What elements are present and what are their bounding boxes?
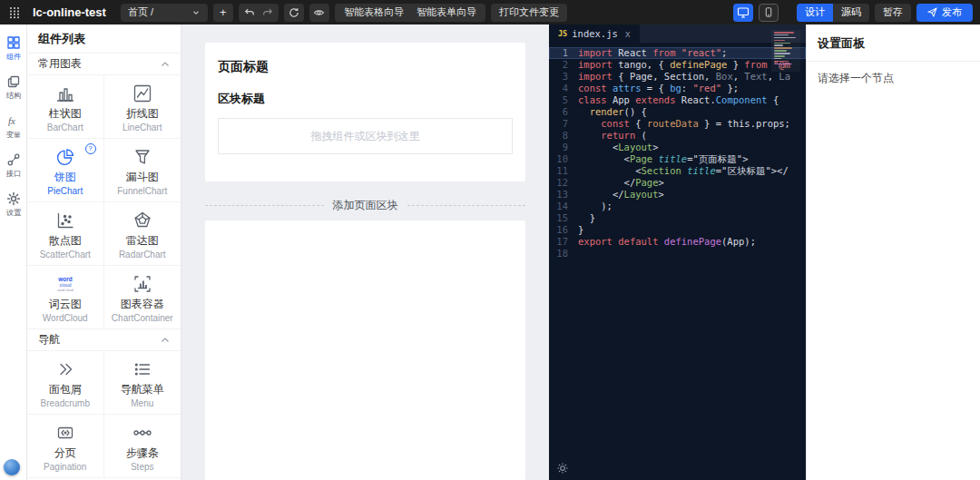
code-token	[578, 106, 590, 117]
add-page-section-button[interactable]: 添加页面区块	[205, 198, 525, 213]
component-item-LineChart[interactable]: 折线图LineChart	[104, 75, 181, 139]
smart-form-wizard-button[interactable]: 智能表单向导	[416, 5, 476, 19]
line-number: 17	[549, 236, 578, 248]
component-name-zh: 步骤条	[106, 446, 180, 461]
undo-redo-group	[239, 4, 279, 22]
settings-gear-icon	[6, 191, 21, 206]
component-sections: 常用图表柱状图BarChart折线图LineChart饼图PieChart?漏斗…	[27, 54, 181, 480]
component-dropzone[interactable]: 拖拽组件或区块到这里	[218, 118, 513, 154]
component-item-FunnelChart[interactable]: 漏斗图FunnelChart	[104, 139, 181, 202]
line-number: 16	[549, 224, 578, 236]
line-number: 6	[549, 106, 578, 118]
page-selector-label: 首页 /	[128, 5, 153, 19]
preview-eye-icon[interactable]	[309, 4, 329, 22]
code-line: 18	[549, 248, 806, 260]
code-line: 5class App extends React.Component {	[549, 94, 806, 106]
minimap-line	[774, 58, 781, 60]
code-token: routeData	[647, 118, 699, 129]
mode-source-tab[interactable]: 源码	[833, 4, 869, 22]
app-launcher-grid-dots-icon[interactable]	[9, 6, 20, 19]
component-item-Menu[interactable]: 导航菜单Menu	[104, 351, 181, 415]
section-header-导航[interactable]: 导航	[27, 329, 181, 351]
component-item-PieChart[interactable]: 饼图PieChart?	[27, 139, 104, 202]
code-line: 3import { Page, Section, Box, Text, La	[549, 71, 806, 83]
component-item-Pagination[interactable]: 分页Pagination	[27, 415, 104, 478]
code-token	[578, 118, 601, 129]
design-canvas[interactable]: 页面标题 区块标题 拖拽组件或区块到这里 添加页面区块	[181, 24, 549, 480]
sidebar-item-设置[interactable]: 设置	[5, 191, 22, 219]
line-number: 5	[549, 94, 578, 106]
code-line-content: }	[578, 224, 583, 236]
section-title: 导航	[38, 332, 60, 348]
component-item-Breadcrumb[interactable]: 面包屑Breadcrumb	[27, 351, 104, 415]
mode-design-tab[interactable]: 设计	[797, 4, 833, 22]
component-name-en: Pagination	[29, 462, 102, 472]
svg-text:cloud: cloud	[59, 282, 71, 288]
pagination-icon	[29, 421, 102, 445]
paper-plane-icon	[927, 7, 937, 17]
minimap-line	[774, 44, 783, 46]
sidebar-item-变量[interactable]: fx变量	[5, 113, 22, 141]
tab-indexjs[interactable]: JS index.js x	[549, 24, 640, 43]
component-item-Steps[interactable]: 步骤条Steps	[104, 415, 181, 478]
code-token: Component	[716, 94, 768, 105]
stash-button[interactable]: 暂存	[875, 4, 911, 22]
empty-page-section[interactable]	[205, 220, 525, 480]
sidebar-item-接口[interactable]: 接口	[5, 152, 22, 180]
add-page-button[interactable]: +	[213, 4, 233, 22]
code-token: React	[618, 47, 652, 58]
sidebar-item-组件[interactable]: 组件	[5, 35, 22, 63]
topbar: lc-online-test 首页 / + 智能表格向导 智能表单向导 打印文件…	[0, 0, 980, 24]
code-token: const	[578, 83, 612, 93]
code-token: Layout	[624, 189, 659, 200]
code-area[interactable]: 1import React from "react";2import tango…	[549, 43, 806, 480]
refresh-icon[interactable]	[284, 4, 304, 22]
component-name-zh: 散点图	[29, 233, 102, 249]
code-token: };	[721, 83, 739, 93]
code-token: "red"	[692, 83, 721, 93]
activity-bar: 组件结构fx变量接口设置	[0, 24, 27, 480]
code-line-content: export default definePage(App);	[578, 236, 756, 248]
editor-settings-gear-icon[interactable]	[556, 462, 569, 475]
editor-minimap[interactable]	[771, 30, 800, 72]
code-line-content: class App extends React.Component {	[578, 94, 779, 106]
undo-icon[interactable]	[244, 7, 255, 17]
component-item-WordCloud[interactable]: wordcloudword cloud词云图WordCloud	[27, 266, 104, 329]
print-file-change-button[interactable]: 打印文件变更	[491, 4, 567, 22]
smart-table-wizard-button[interactable]: 智能表格向导	[344, 5, 404, 19]
code-line-content: <Section title="区块标题"></	[578, 165, 789, 177]
code-line: 8 return (	[549, 130, 806, 142]
svg-text:fx: fx	[8, 115, 15, 126]
menu-icon	[106, 358, 180, 381]
publish-button[interactable]: 发布	[916, 4, 973, 22]
component-item-BarChart[interactable]: 柱状图BarChart	[27, 75, 104, 139]
code-line-content: <Layout>	[578, 142, 659, 153]
component-name-zh: 导航菜单	[106, 382, 180, 397]
tab-close-icon[interactable]: x	[625, 29, 631, 39]
mobile-view-button[interactable]	[759, 4, 779, 22]
section-title: 常用图表	[38, 56, 82, 72]
page-selector[interactable]: 首页 /	[121, 4, 208, 22]
desktop-view-button[interactable]	[733, 4, 753, 22]
code-line-content: </Page>	[578, 177, 664, 189]
api-icon	[6, 152, 21, 167]
code-token: ;	[721, 47, 727, 58]
sidebar-item-结构[interactable]: 结构	[5, 74, 22, 102]
line-number: 7	[549, 118, 578, 130]
code-token: render	[590, 106, 624, 117]
redo-icon[interactable]	[262, 7, 273, 17]
component-panel: 组件列表 常用图表柱状图BarChart折线图LineChart饼图PieCha…	[27, 24, 181, 480]
component-name-zh: 雷达图	[106, 233, 180, 249]
code-line-content: import React from "react";	[578, 47, 727, 59]
canvas-section-title[interactable]: 区块标题	[218, 91, 513, 107]
component-item-ScatterChart[interactable]: 散点图ScatterChart	[27, 202, 104, 266]
help-question-badge[interactable]: ?	[85, 143, 96, 154]
minimap-line	[774, 32, 794, 34]
component-item-ChartContainer[interactable]: 图表容器ChartContainer	[104, 266, 181, 329]
code-token: title	[652, 153, 687, 164]
assistant-avatar-button[interactable]	[4, 459, 20, 475]
canvas-page-title[interactable]: 页面标题	[218, 59, 513, 75]
section-header-常用图表[interactable]: 常用图表	[27, 54, 181, 75]
component-item-RadarChart[interactable]: 雷达图RadarChart	[104, 202, 181, 266]
plus-icon: +	[220, 5, 227, 19]
